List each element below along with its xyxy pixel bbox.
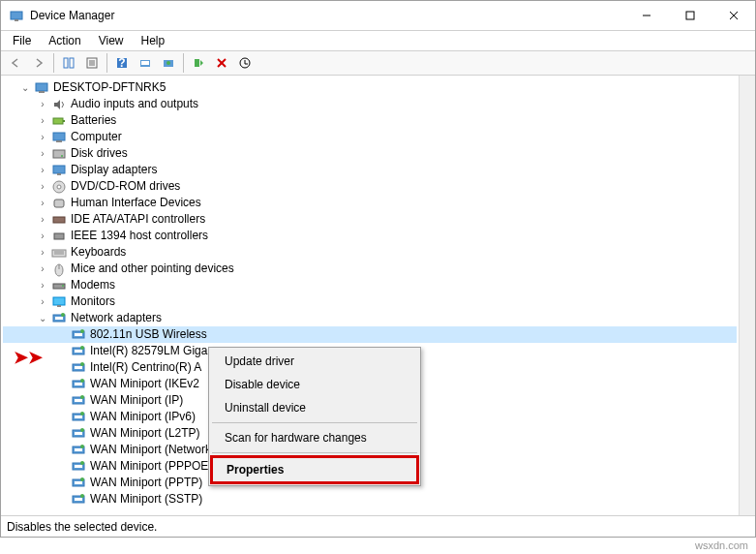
- expand-icon[interactable]: ›: [36, 131, 49, 144]
- category-icon: [51, 97, 67, 112]
- ctx-properties[interactable]: Properties: [210, 455, 419, 484]
- uninstall-button[interactable]: [211, 52, 232, 74]
- menu-help[interactable]: Help: [134, 32, 173, 49]
- tree-category-network[interactable]: ⌄Network adapters: [3, 310, 737, 326]
- expand-icon[interactable]: ›: [36, 279, 49, 292]
- svg-point-75: [80, 461, 84, 465]
- show-hide-tree-button[interactable]: [58, 52, 79, 74]
- tree-label: WAN Miniport (SSTP): [90, 491, 202, 508]
- tree-label: Keyboards: [71, 244, 126, 261]
- expand-icon[interactable]: ›: [36, 213, 49, 227]
- svg-point-72: [80, 445, 84, 448]
- category-icon: [51, 245, 67, 261]
- svg-rect-47: [55, 317, 63, 320]
- tree-category[interactable]: ›Keyboards: [3, 244, 737, 261]
- svg-rect-71: [75, 448, 82, 451]
- expand-icon[interactable]: ›: [36, 262, 49, 276]
- tree-category[interactable]: ›Modems: [3, 277, 737, 293]
- svg-rect-59: [75, 383, 82, 385]
- menu-action[interactable]: Action: [41, 32, 88, 49]
- tree-category[interactable]: ›IDE ATA/ATAPI controllers: [3, 211, 737, 228]
- svg-point-81: [80, 494, 84, 498]
- svg-rect-68: [75, 432, 82, 435]
- svg-point-33: [57, 185, 61, 189]
- menu-view[interactable]: View: [91, 32, 132, 49]
- category-icon: [51, 294, 67, 310]
- update-driver-button[interactable]: [158, 52, 179, 74]
- maximize-button[interactable]: [668, 1, 711, 30]
- vertical-scrollbar[interactable]: [739, 76, 755, 515]
- ctx-disable-device[interactable]: Disable device: [211, 373, 418, 396]
- tree-category[interactable]: ›Monitors: [3, 293, 737, 310]
- expand-icon[interactable]: ›: [36, 147, 49, 161]
- expand-icon[interactable]: ›: [36, 114, 49, 128]
- close-button[interactable]: [711, 1, 755, 30]
- tree-label: Audio inputs and outputs: [71, 96, 198, 112]
- collapse-icon[interactable]: ⌄: [36, 312, 49, 325]
- disable-device-button[interactable]: [234, 52, 256, 74]
- svg-rect-80: [75, 498, 82, 501]
- svg-point-66: [80, 412, 84, 416]
- category-icon: [51, 146, 67, 162]
- expand-icon[interactable]: ›: [36, 197, 49, 210]
- svg-rect-3: [686, 12, 694, 19]
- svg-rect-77: [75, 481, 82, 484]
- tree-label: Batteries: [71, 112, 116, 129]
- svg-point-63: [80, 395, 84, 399]
- tree-device[interactable]: 802.11n USB Wireless: [3, 326, 737, 343]
- svg-rect-35: [53, 217, 65, 223]
- ctx-scan-hardware[interactable]: Scan for hardware changes: [211, 426, 418, 449]
- tree-category[interactable]: ›Audio inputs and outputs: [3, 96, 737, 112]
- tree-label: Modems: [71, 277, 115, 293]
- menu-file[interactable]: File: [5, 32, 39, 49]
- category-icon: [51, 278, 67, 293]
- tree-category[interactable]: ›IEEE 1394 host controllers: [3, 228, 737, 244]
- app-icon: [9, 8, 24, 23]
- back-button[interactable]: [5, 52, 26, 74]
- status-text: Disables the selected device.: [7, 520, 157, 534]
- ctx-update-driver[interactable]: Update driver: [211, 350, 418, 373]
- expand-icon[interactable]: ›: [36, 180, 49, 194]
- svg-rect-25: [63, 120, 65, 122]
- enable-device-button[interactable]: [188, 52, 209, 74]
- ctx-uninstall-device[interactable]: Uninstall device: [211, 396, 418, 419]
- collapse-icon[interactable]: ⌄: [18, 81, 32, 95]
- tree-category[interactable]: ›Batteries: [3, 112, 737, 129]
- forward-button[interactable]: [28, 52, 49, 74]
- tree-category[interactable]: ›Display adapters: [3, 162, 737, 178]
- help-button[interactable]: ?: [111, 52, 133, 74]
- tree-category[interactable]: ›Computer: [3, 129, 737, 145]
- category-icon: [51, 262, 67, 277]
- network-adapter-icon: [71, 443, 86, 458]
- tree-category[interactable]: ›DVD/CD-ROM drives: [3, 178, 737, 195]
- tree-label: WAN Miniport (PPPOE): [90, 458, 212, 475]
- category-icon: [51, 179, 67, 195]
- svg-rect-23: [39, 91, 45, 93]
- svg-point-17: [166, 61, 170, 65]
- svg-rect-7: [70, 58, 74, 68]
- tree-category[interactable]: ›Mice and other pointing devices: [3, 261, 737, 277]
- svg-rect-50: [75, 333, 82, 336]
- expand-icon[interactable]: ›: [36, 246, 49, 260]
- expand-icon[interactable]: ›: [36, 164, 49, 177]
- svg-rect-53: [75, 350, 82, 353]
- scan-hardware-button[interactable]: [135, 52, 156, 74]
- svg-point-54: [80, 346, 84, 350]
- tree-category[interactable]: ›Disk drives: [3, 145, 737, 162]
- svg-point-78: [80, 477, 84, 481]
- tree-label: WAN Miniport (IP): [90, 392, 183, 409]
- minimize-button[interactable]: [624, 1, 668, 30]
- network-adapter-icon: [71, 476, 86, 491]
- expand-icon[interactable]: ›: [36, 98, 49, 111]
- network-adapter-icon: [71, 492, 86, 508]
- tree-root[interactable]: ⌄DESKTOP-DFTNRK5: [3, 79, 737, 96]
- expand-icon[interactable]: ›: [36, 230, 49, 243]
- tree-category[interactable]: ›Human Interface Devices: [3, 195, 737, 211]
- properties-toolbar-button[interactable]: [81, 52, 103, 74]
- expand-icon[interactable]: ›: [36, 295, 49, 309]
- svg-rect-34: [54, 200, 64, 207]
- menubar: File Action View Help: [1, 31, 755, 50]
- tree-label: Human Interface Devices: [71, 195, 201, 211]
- svg-point-29: [61, 155, 63, 157]
- tree-device[interactable]: WAN Miniport (SSTP): [3, 491, 737, 508]
